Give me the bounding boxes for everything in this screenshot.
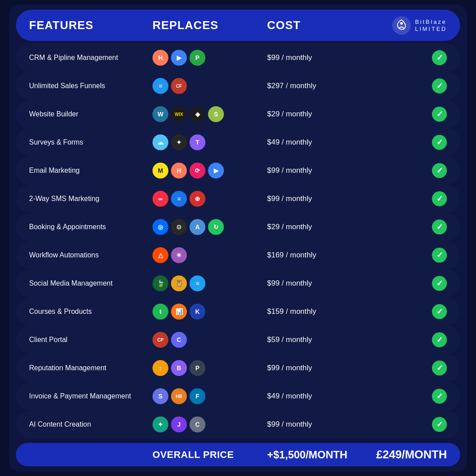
- feature-name: Reputation Management: [29, 364, 152, 372]
- app-icon: ↑: [152, 360, 168, 376]
- main-container: FEATURES REPLACES COST BitBlaze LIMITED …: [9, 4, 467, 472]
- app-icon: ≡: [190, 275, 205, 291]
- table-row: Social Media Management🍃🦉≡$99 / monthly: [16, 269, 460, 298]
- header-replaces: REPLACES: [152, 19, 267, 32]
- replaces-icons: ✦JC: [152, 416, 267, 432]
- replaces-icons: SHBF: [152, 388, 267, 404]
- replaces-icons: ◎⊙A↻: [152, 219, 267, 235]
- footer-competitor-price: +$1,500/MONTH: [267, 449, 364, 461]
- replaces-icons: ☁✦T: [152, 134, 267, 150]
- check-icon: [432, 135, 447, 150]
- feature-name: Workflow Automations: [29, 251, 152, 259]
- app-icon: C: [190, 416, 205, 432]
- bitblaze-logo-icon: [392, 16, 411, 35]
- feature-name: Booking & Appointments: [29, 223, 152, 231]
- check-container: [364, 50, 447, 65]
- cost-value: $169 / monthly: [267, 251, 364, 260]
- table-row: Email MarketingMH⟳▶$99 / monthly: [16, 156, 460, 185]
- svg-point-0: [392, 16, 411, 35]
- check-container: [364, 361, 447, 376]
- cost-value: $59 / monthly: [267, 335, 364, 344]
- check-icon: [432, 304, 447, 319]
- app-icon: S: [152, 388, 168, 404]
- app-icon: CP: [152, 332, 168, 348]
- replaces-icons: △✳: [152, 247, 267, 263]
- rows-container: CRM & Pipline ManagementH▶P$99 / monthly…: [16, 44, 460, 439]
- table-row: Unlimited Sales Funnels≡CF$297 / monthly: [16, 72, 460, 100]
- app-icon: 🦉: [171, 275, 187, 291]
- app-icon: ☁: [152, 134, 168, 150]
- check-icon: [432, 276, 447, 291]
- app-icon: C: [171, 332, 187, 348]
- app-icon: ≡: [171, 191, 187, 207]
- replaces-icons: H▶P: [152, 50, 267, 66]
- cost-value: $99 / monthly: [267, 194, 364, 203]
- app-icon: M: [152, 163, 168, 178]
- footer-overall-label: OVERALL PRICE: [152, 449, 267, 461]
- table-row: AI Content Creation✦JC$99 / monthly: [16, 410, 460, 439]
- app-icon: ✳: [171, 247, 187, 263]
- app-icon: W: [152, 106, 168, 122]
- table-row: Courses & Productst📊K$159 / monthly: [16, 298, 460, 326]
- app-icon: 📊: [171, 304, 187, 320]
- replaces-icons: MH⟳▶: [152, 163, 267, 178]
- app-icon: △: [152, 247, 168, 263]
- feature-name: 2-Way SMS Marketing: [29, 195, 152, 203]
- table-row: Invoice & Payment ManagementSHBF$49 / mo…: [16, 382, 460, 410]
- app-icon: ↻: [208, 219, 224, 235]
- feature-name: Email Marketing: [29, 167, 152, 175]
- replaces-icons: ≡CF: [152, 78, 267, 94]
- app-icon: A: [190, 219, 205, 235]
- check-container: [364, 135, 447, 150]
- app-icon: t: [152, 304, 168, 320]
- cost-value: $99 / monthly: [267, 53, 364, 62]
- cost-value: $297 / monthly: [267, 82, 364, 90]
- feature-name: Client Portal: [29, 336, 152, 344]
- replaces-icons: t📊K: [152, 304, 267, 320]
- check-container: [364, 332, 447, 347]
- cost-value: $99 / monthly: [267, 364, 364, 372]
- check-icon: [432, 417, 447, 432]
- app-icon: S: [208, 106, 224, 122]
- app-icon: B: [171, 360, 187, 376]
- table-row: Client PortalCPC$59 / monthly: [16, 326, 460, 354]
- check-container: [364, 107, 447, 122]
- feature-name: CRM & Pipline Management: [29, 54, 152, 62]
- logo-text: BitBlaze LIMITED: [415, 19, 447, 32]
- table-row: 2-Way SMS Marketing∞≡⊕$99 / monthly: [16, 185, 460, 213]
- logo-name: BitBlaze: [415, 19, 447, 26]
- table-row: Booking & Appointments◎⊙A↻$29 / monthly: [16, 213, 460, 241]
- cost-value: $29 / monthly: [267, 223, 364, 231]
- cost-value: $29 / monthly: [267, 110, 364, 119]
- table-row: Workflow Automations△✳$169 / monthly: [16, 241, 460, 269]
- cost-value: $159 / monthly: [267, 307, 364, 316]
- app-icon: ⟳: [190, 163, 205, 178]
- check-container: [364, 78, 447, 93]
- check-container: [364, 163, 447, 178]
- check-container: [364, 191, 447, 206]
- feature-name: Unlimited Sales Funnels: [29, 82, 152, 90]
- check-container: [364, 417, 447, 432]
- replaces-icons: CPC: [152, 332, 267, 348]
- check-icon: [432, 163, 447, 178]
- replaces-icons: 🍃🦉≡: [152, 275, 267, 291]
- check-container: [364, 304, 447, 319]
- cost-value: $49 / monthly: [267, 138, 364, 147]
- check-container: [364, 248, 447, 263]
- app-icon: J: [171, 416, 187, 432]
- app-icon: ▶: [171, 50, 187, 66]
- app-icon: P: [190, 360, 205, 376]
- header-features: FEATURES: [29, 19, 152, 32]
- check-container: [364, 276, 447, 291]
- check-icon: [432, 50, 447, 65]
- check-icon: [432, 219, 447, 234]
- feature-name: Invoice & Payment Management: [29, 392, 152, 400]
- app-icon: ✦: [152, 416, 168, 432]
- feature-name: Courses & Products: [29, 308, 152, 316]
- app-icon: ⊙: [171, 219, 187, 235]
- app-icon: CF: [171, 78, 187, 94]
- table-row: Surveys & Forms☁✦T$49 / monthly: [16, 128, 460, 156]
- app-icon: ▶: [208, 163, 224, 178]
- check-icon: [432, 78, 447, 93]
- check-icon: [432, 191, 447, 206]
